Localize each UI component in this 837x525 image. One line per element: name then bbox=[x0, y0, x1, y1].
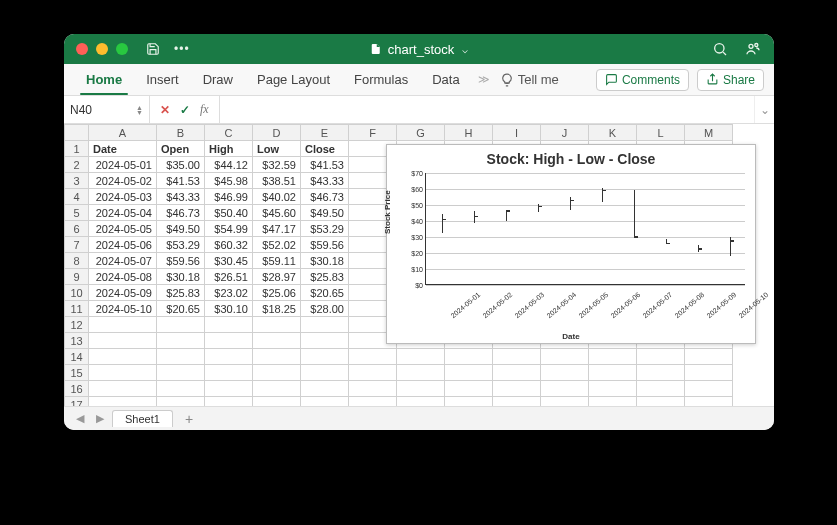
formula-cancel-icon[interactable]: ✕ bbox=[160, 103, 170, 117]
cell[interactable] bbox=[541, 349, 589, 365]
cell[interactable]: 2024-05-08 bbox=[89, 269, 157, 285]
cell[interactable]: $25.83 bbox=[157, 285, 205, 301]
row-header[interactable]: 6 bbox=[65, 221, 89, 237]
select-all-corner[interactable] bbox=[65, 125, 89, 141]
cell[interactable]: $30.18 bbox=[301, 253, 349, 269]
cell[interactable]: 2024-05-10 bbox=[89, 301, 157, 317]
cell[interactable] bbox=[253, 397, 301, 407]
cell[interactable] bbox=[205, 381, 253, 397]
cell[interactable] bbox=[637, 365, 685, 381]
cell[interactable] bbox=[89, 365, 157, 381]
row-header[interactable]: 4 bbox=[65, 189, 89, 205]
cell[interactable] bbox=[685, 397, 733, 407]
cell[interactable] bbox=[89, 397, 157, 407]
row-header[interactable]: 12 bbox=[65, 317, 89, 333]
ribbon-tab-insert[interactable]: Insert bbox=[134, 64, 191, 95]
cell[interactable] bbox=[301, 365, 349, 381]
cell[interactable]: $43.33 bbox=[301, 173, 349, 189]
cell[interactable]: Close bbox=[301, 141, 349, 157]
add-sheet-icon[interactable]: + bbox=[177, 411, 201, 427]
save-icon[interactable] bbox=[146, 42, 160, 56]
cell[interactable] bbox=[157, 333, 205, 349]
spreadsheet-grid[interactable]: ABCDEFGHIJKLM1DateOpenHighLowClose22024-… bbox=[64, 124, 774, 406]
cell[interactable] bbox=[637, 381, 685, 397]
cell[interactable]: $35.00 bbox=[157, 157, 205, 173]
cell[interactable]: $28.00 bbox=[301, 301, 349, 317]
cell[interactable] bbox=[541, 381, 589, 397]
row-header[interactable]: 17 bbox=[65, 397, 89, 407]
cell[interactable] bbox=[589, 349, 637, 365]
column-header[interactable]: J bbox=[541, 125, 589, 141]
row-header[interactable]: 14 bbox=[65, 349, 89, 365]
cell[interactable]: $25.83 bbox=[301, 269, 349, 285]
cell[interactable] bbox=[205, 317, 253, 333]
row-header[interactable]: 8 bbox=[65, 253, 89, 269]
ribbon-tab-draw[interactable]: Draw bbox=[191, 64, 245, 95]
cell[interactable] bbox=[157, 317, 205, 333]
column-header[interactable]: I bbox=[493, 125, 541, 141]
cell[interactable] bbox=[89, 317, 157, 333]
cell[interactable] bbox=[685, 365, 733, 381]
cell[interactable]: 2024-05-05 bbox=[89, 221, 157, 237]
tell-me[interactable]: Tell me bbox=[500, 72, 559, 87]
cell[interactable]: 2024-05-02 bbox=[89, 173, 157, 189]
cell[interactable] bbox=[349, 365, 397, 381]
cell[interactable]: 2024-05-03 bbox=[89, 189, 157, 205]
minimize-window-button[interactable] bbox=[96, 43, 108, 55]
cell[interactable]: $20.65 bbox=[157, 301, 205, 317]
cell[interactable] bbox=[397, 381, 445, 397]
formula-confirm-icon[interactable]: ✓ bbox=[180, 103, 190, 117]
cell[interactable]: $18.25 bbox=[253, 301, 301, 317]
cell[interactable] bbox=[205, 333, 253, 349]
cell[interactable] bbox=[493, 349, 541, 365]
cell[interactable] bbox=[301, 333, 349, 349]
cell[interactable] bbox=[157, 349, 205, 365]
ribbon-tab-data[interactable]: Data bbox=[420, 64, 471, 95]
cell[interactable] bbox=[541, 365, 589, 381]
name-box[interactable]: N40 ▲▼ bbox=[64, 96, 150, 123]
cell[interactable] bbox=[301, 381, 349, 397]
sheet-tab[interactable]: Sheet1 bbox=[112, 410, 173, 427]
cell[interactable] bbox=[541, 397, 589, 407]
cell[interactable]: $30.10 bbox=[205, 301, 253, 317]
cell[interactable] bbox=[301, 349, 349, 365]
cell[interactable] bbox=[253, 333, 301, 349]
cell[interactable] bbox=[397, 349, 445, 365]
cell[interactable] bbox=[589, 365, 637, 381]
cell[interactable] bbox=[349, 349, 397, 365]
ribbon-tab-home[interactable]: Home bbox=[74, 64, 134, 95]
cell[interactable] bbox=[685, 349, 733, 365]
share-button[interactable]: Share bbox=[697, 69, 764, 91]
cell[interactable] bbox=[253, 349, 301, 365]
cell[interactable] bbox=[493, 365, 541, 381]
cell[interactable] bbox=[157, 365, 205, 381]
cell[interactable] bbox=[493, 381, 541, 397]
cell[interactable] bbox=[397, 397, 445, 407]
cell[interactable]: $41.53 bbox=[301, 157, 349, 173]
cell[interactable]: 2024-05-07 bbox=[89, 253, 157, 269]
maximize-window-button[interactable] bbox=[116, 43, 128, 55]
formula-expand-icon[interactable]: ⌄ bbox=[754, 96, 774, 123]
cell[interactable] bbox=[301, 317, 349, 333]
cell[interactable]: $59.56 bbox=[157, 253, 205, 269]
cell[interactable]: $54.99 bbox=[205, 221, 253, 237]
cell[interactable]: $52.02 bbox=[253, 237, 301, 253]
cell[interactable]: 2024-05-06 bbox=[89, 237, 157, 253]
cell[interactable] bbox=[253, 317, 301, 333]
cell[interactable] bbox=[589, 381, 637, 397]
stock-chart[interactable]: Stock: High - Low - Close Stock Price Da… bbox=[386, 144, 756, 344]
cell[interactable]: 2024-05-01 bbox=[89, 157, 157, 173]
cell[interactable]: $46.73 bbox=[157, 205, 205, 221]
cell[interactable]: $30.45 bbox=[205, 253, 253, 269]
cell[interactable] bbox=[589, 397, 637, 407]
cell[interactable] bbox=[89, 349, 157, 365]
cell[interactable]: Low bbox=[253, 141, 301, 157]
row-header[interactable]: 10 bbox=[65, 285, 89, 301]
row-header[interactable]: 11 bbox=[65, 301, 89, 317]
column-header[interactable]: K bbox=[589, 125, 637, 141]
cell[interactable]: $47.17 bbox=[253, 221, 301, 237]
cell[interactable]: High bbox=[205, 141, 253, 157]
cell[interactable] bbox=[89, 381, 157, 397]
cell[interactable]: $45.98 bbox=[205, 173, 253, 189]
cell[interactable]: $23.02 bbox=[205, 285, 253, 301]
